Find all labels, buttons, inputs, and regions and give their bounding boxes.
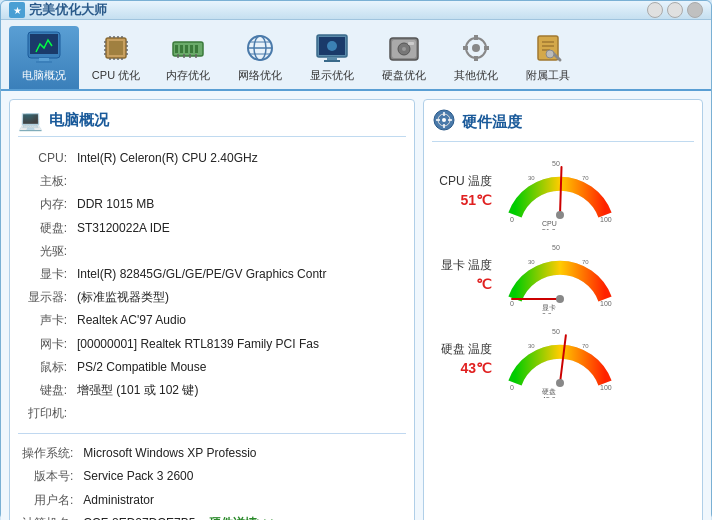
cpu-temp-label-area: CPU 温度 51℃ — [432, 173, 492, 208]
svg-rect-50 — [474, 56, 478, 61]
nav-label-network: 网络优化 — [238, 68, 282, 83]
table-row: 键盘: 增强型 (101 或 102 键) — [18, 379, 406, 402]
svg-rect-23 — [175, 45, 178, 53]
value-memory: DDR 1015 MB — [73, 193, 406, 216]
value-os: Microsoft Windows XP Professio — [79, 442, 406, 465]
svg-rect-51 — [463, 46, 468, 50]
value-optical — [73, 240, 406, 263]
gpu-temp-gauge: 0 50 100 30 70 显卡 0.0 — [500, 234, 694, 314]
svg-point-48 — [472, 44, 480, 52]
value-pcname: CCF-8ED07DCE7B5 硬件详情>>> — [79, 512, 406, 520]
maximize-button[interactable] — [667, 2, 683, 18]
table-row: 声卡: Realtek AC'97 Audio — [18, 309, 406, 332]
table-row: 鼠标: PS/2 Compatible Mouse — [18, 356, 406, 379]
gpu-temp-label: 显卡 温度 — [432, 257, 492, 274]
label-printer: 打印机: — [18, 402, 73, 425]
nav-item-disk[interactable]: 硬盘优化 — [369, 26, 439, 89]
svg-rect-52 — [484, 46, 489, 50]
title-bar-left: ★ 完美优化大师 — [9, 1, 107, 19]
label-username: 用户名: — [18, 489, 79, 512]
svg-point-45 — [402, 47, 406, 51]
hardware-details-link[interactable]: 硬件详情>>> — [209, 516, 278, 520]
value-harddisk: ST3120022A IDE — [73, 217, 406, 240]
nav-item-display[interactable]: 显示优化 — [297, 26, 367, 89]
table-row: 网卡: [00000001] Realtek RTL8139 Family PC… — [18, 333, 406, 356]
label-harddisk: 硬盘: — [18, 217, 73, 240]
svg-point-89 — [556, 379, 564, 387]
svg-rect-2 — [39, 58, 49, 61]
window-title: 完美优化大师 — [29, 1, 107, 19]
svg-point-64 — [442, 118, 446, 122]
label-pcname: 计算机名: — [18, 512, 79, 520]
nav-item-overview[interactable]: 电脑概况 — [9, 26, 79, 89]
left-panel: 💻 电脑概况 CPU: Intel(R) Celeron(R) CPU 2.40… — [9, 99, 415, 520]
cpu-temp-row: CPU 温度 51℃ — [432, 150, 694, 230]
system-info-table: CPU: Intel(R) Celeron(R) CPU 2.40GHz 主板:… — [18, 147, 406, 425]
svg-point-41 — [327, 41, 337, 51]
title-bar: ★ 完美优化大师 — [1, 1, 711, 20]
table-row: 显示器: (标准监视器类型) — [18, 286, 406, 309]
svg-text:硬盘: 硬盘 — [542, 388, 556, 395]
svg-text:50: 50 — [552, 328, 560, 335]
content-area: 💻 电脑概况 CPU: Intel(R) Celeron(R) CPU 2.40… — [9, 99, 703, 520]
svg-text:50: 50 — [552, 160, 560, 167]
value-version: Service Pack 3 2600 — [79, 465, 406, 488]
svg-point-57 — [546, 50, 554, 58]
svg-text:CPU: CPU — [542, 220, 557, 227]
svg-text:70: 70 — [582, 343, 589, 349]
nav-item-other[interactable]: 其他优化 — [441, 26, 511, 89]
nav-label-cpu: CPU 优化 — [92, 68, 140, 83]
left-section-header: 💻 电脑概况 — [18, 108, 406, 137]
nav-item-cpu[interactable]: CPU 优化 — [81, 26, 151, 89]
svg-rect-39 — [327, 57, 337, 60]
svg-text:30: 30 — [528, 343, 535, 349]
minimize-button[interactable] — [647, 2, 663, 18]
svg-text:显卡: 显卡 — [542, 304, 556, 311]
svg-text:100: 100 — [600, 384, 612, 391]
value-keyboard: 增强型 (101 或 102 键) — [73, 379, 406, 402]
disk-temp-row: 硬盘 温度 43℃ — [432, 318, 694, 398]
nav-item-tools[interactable]: 附属工具 — [513, 26, 583, 89]
label-cpu: CPU: — [18, 147, 73, 170]
svg-text:0.0: 0.0 — [542, 312, 552, 314]
value-motherboard — [73, 170, 406, 193]
svg-text:50: 50 — [552, 244, 560, 251]
memory-icon — [170, 30, 206, 66]
close-button[interactable] — [687, 2, 703, 18]
svg-text:0: 0 — [510, 300, 514, 307]
svg-text:0: 0 — [510, 216, 514, 223]
nav-item-memory[interactable]: 内存优化 — [153, 26, 223, 89]
table-row: 主板: — [18, 170, 406, 193]
value-netcard: [00000001] Realtek RTL8139 Family PCI Fa… — [73, 333, 406, 356]
label-memory: 内存: — [18, 193, 73, 216]
svg-rect-5 — [109, 41, 123, 55]
nav-label-display: 显示优化 — [310, 68, 354, 83]
label-keyboard: 键盘: — [18, 379, 73, 402]
svg-rect-24 — [180, 45, 183, 53]
label-os: 操作系统: — [18, 442, 79, 465]
svg-text:70: 70 — [582, 259, 589, 265]
left-section-icon: 💻 — [18, 108, 43, 132]
temp-section-icon — [432, 108, 456, 137]
label-soundcard: 声卡: — [18, 309, 73, 332]
cpu-temp-value: 51℃ — [432, 192, 492, 208]
svg-point-80 — [556, 295, 564, 303]
disk-temp-gauge: 0 50 100 30 70 硬盘 45.0 — [500, 318, 694, 398]
overview-icon — [26, 30, 62, 66]
value-soundcard: Realtek AC'97 Audio — [73, 309, 406, 332]
gpu-temp-value: ℃ — [432, 276, 492, 292]
table-row: 硬盘: ST3120022A IDE — [18, 217, 406, 240]
disk-temp-label-area: 硬盘 温度 43℃ — [432, 341, 492, 376]
cpu-temp-label: CPU 温度 — [432, 173, 492, 190]
temperature-items: CPU 温度 51℃ — [432, 150, 694, 398]
label-version: 版本号: — [18, 465, 79, 488]
main-content: 💻 电脑概况 CPU: Intel(R) Celeron(R) CPU 2.40… — [1, 91, 711, 520]
svg-line-88 — [560, 335, 566, 383]
tools-icon — [530, 30, 566, 66]
divider — [18, 433, 406, 434]
nav-label-overview: 电脑概况 — [22, 68, 66, 83]
label-optical: 光驱: — [18, 240, 73, 263]
nav-item-network[interactable]: 网络优化 — [225, 26, 295, 89]
nav-label-other: 其他优化 — [454, 68, 498, 83]
svg-rect-3 — [36, 61, 52, 63]
